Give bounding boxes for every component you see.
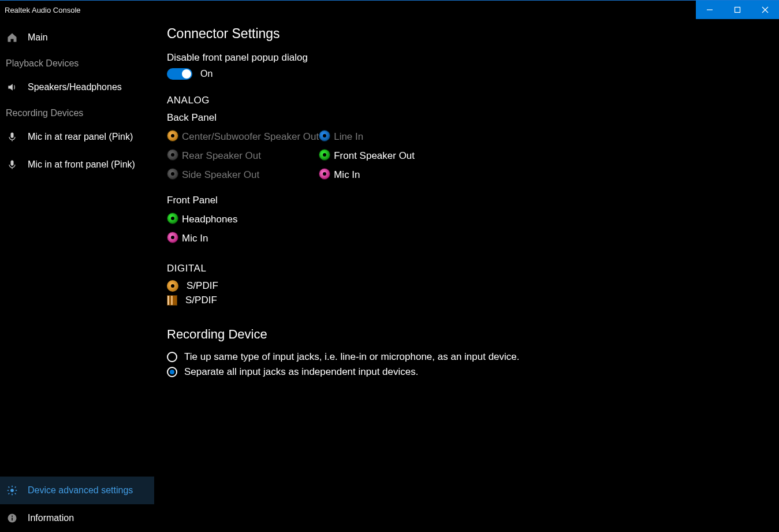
- sidebar-item-information[interactable]: Information: [0, 504, 154, 532]
- svg-rect-1: [735, 8, 740, 13]
- window-close-button[interactable]: [751, 1, 779, 19]
- digital-heading: DIGITAL: [167, 263, 766, 274]
- sidebar-item-main[interactable]: Main: [0, 24, 154, 51]
- jack-label: Line In: [334, 127, 415, 146]
- minimize-icon: [706, 6, 713, 13]
- jack-label: Front Speaker Out: [334, 146, 415, 165]
- content-area: Connector Settings Disable front panel p…: [154, 19, 779, 532]
- sidebar-item-mic-rear[interactable]: Mic in at rear panel (Pink): [0, 123, 154, 151]
- spdif-label: S/PDIF: [187, 280, 218, 292]
- radio-icon: [167, 352, 177, 362]
- front-panel-jack-grid: Headphones Mic In: [167, 210, 237, 248]
- window-maximize-button[interactable]: [724, 1, 751, 19]
- jack-front-out[interactable]: [319, 149, 330, 161]
- window-titlebar: Realtek Audio Console: [0, 0, 779, 19]
- spdif-coax-icon[interactable]: [167, 280, 178, 292]
- jack-side-out[interactable]: [167, 168, 178, 180]
- sidebar: Main Playback Devices Speakers/Headphone…: [0, 19, 154, 532]
- jack-label: Rear Speaker Out: [182, 146, 319, 165]
- sidebar-item-speakers[interactable]: Speakers/Headphones: [0, 73, 154, 101]
- jack-headphones[interactable]: [167, 213, 178, 224]
- radio-label: Separate all input jacks as independent …: [184, 366, 418, 378]
- svg-rect-6: [11, 161, 14, 166]
- spdif-optical-icon[interactable]: [167, 295, 177, 306]
- radio-icon: [167, 367, 177, 377]
- radio-option-separate[interactable]: Separate all input jacks as independent …: [167, 366, 766, 378]
- jack-front-mic-in[interactable]: [167, 232, 178, 243]
- window-minimize-button[interactable]: [696, 1, 724, 19]
- back-panel-jack-grid: Center/Subwoofer Speaker Out Line In Rea…: [167, 127, 415, 184]
- disable-popup-label: Disable front panel popup dialog: [167, 52, 766, 64]
- radio-label: Tie up same type of input jacks, i.e. li…: [184, 351, 520, 363]
- home-icon: [6, 32, 18, 43]
- gear-icon: [6, 485, 18, 496]
- info-icon: [6, 512, 18, 524]
- sidebar-item-label: Mic in at front panel (Pink): [28, 159, 135, 170]
- sidebar-item-label: Main: [28, 32, 48, 43]
- window-title: Realtek Audio Console: [5, 6, 81, 14]
- mic-icon: [6, 159, 18, 170]
- sidebar-item-label: Speakers/Headphones: [28, 82, 122, 92]
- jack-label: Mic In: [334, 165, 415, 184]
- sidebar-item-label: Information: [28, 513, 74, 523]
- toggle-state-label: On: [200, 69, 213, 79]
- jack-label: Mic In: [182, 229, 237, 248]
- sidebar-section-recording: Recording Devices: [0, 101, 154, 123]
- sidebar-item-label: Device advanced settings: [28, 485, 133, 496]
- jack-center-sub[interactable]: [167, 130, 178, 142]
- svg-point-8: [11, 489, 14, 492]
- speaker-icon: [6, 81, 18, 93]
- svg-rect-4: [11, 133, 14, 138]
- front-panel-label: Front Panel: [167, 195, 766, 206]
- sidebar-section-playback: Playback Devices: [0, 51, 154, 73]
- analog-heading: ANALOG: [167, 95, 766, 106]
- sidebar-item-label: Mic in at rear panel (Pink): [28, 132, 133, 142]
- mic-icon: [6, 131, 18, 143]
- jack-line-in[interactable]: [319, 130, 330, 142]
- window-controls: [696, 1, 779, 19]
- back-panel-label: Back Panel: [167, 112, 766, 124]
- page-title: Connector Settings: [167, 26, 766, 42]
- radio-option-tie[interactable]: Tie up same type of input jacks, i.e. li…: [167, 351, 766, 363]
- jack-label: Headphones: [182, 210, 237, 229]
- jack-label: Side Speaker Out: [182, 165, 319, 184]
- jack-mic-in[interactable]: [319, 168, 330, 180]
- recording-device-heading: Recording Device: [167, 327, 766, 342]
- close-icon: [762, 6, 769, 13]
- jack-rear-out[interactable]: [167, 149, 178, 161]
- sidebar-item-advanced-settings[interactable]: Device advanced settings: [0, 477, 154, 504]
- svg-rect-11: [12, 518, 13, 520]
- sidebar-item-mic-front[interactable]: Mic in at front panel (Pink): [0, 151, 154, 178]
- jack-label: Center/Subwoofer Speaker Out: [182, 127, 319, 146]
- svg-point-10: [12, 516, 13, 517]
- maximize-icon: [734, 6, 741, 13]
- disable-popup-toggle[interactable]: [167, 68, 192, 80]
- spdif-label: S/PDIF: [185, 295, 217, 306]
